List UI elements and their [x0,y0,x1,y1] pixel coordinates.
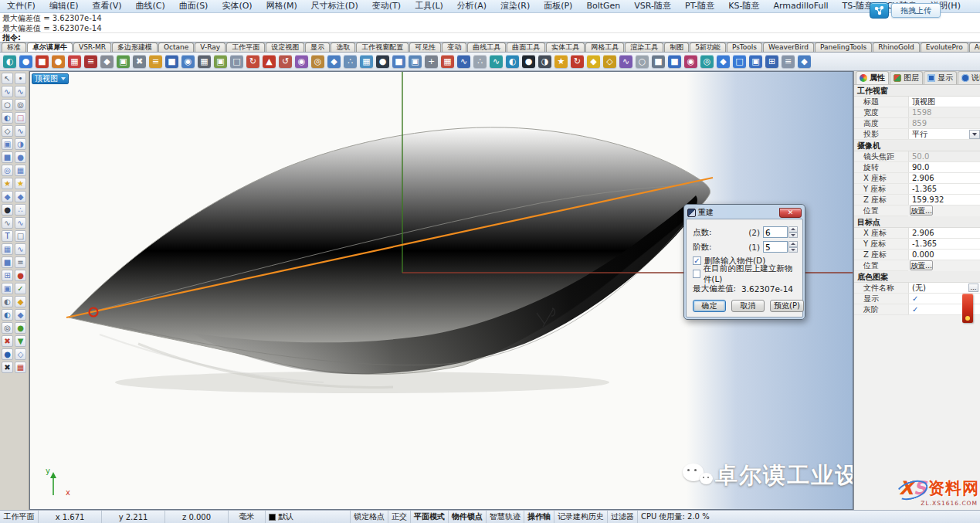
tool-icon[interactable]: ▣ [2,138,13,150]
promo-ribbon-tab[interactable] [962,294,973,323]
command-history[interactable]: 最大偏差值 = 3.62307e-14最大偏差值 = 3.62307e-14 [0,13,980,33]
toolbar-icon[interactable]: ◆ [587,55,600,68]
target-x-field[interactable]: 2.906 [908,228,980,238]
toolbar-icon[interactable]: ≡ [782,55,795,68]
menu-item[interactable]: 查看(V) [85,0,128,12]
ok-button[interactable]: 确定 [693,300,726,312]
chevron-down-icon[interactable] [61,77,66,80]
toolbar-icon[interactable]: + [425,55,438,68]
tool-icon[interactable]: ∿ [15,243,26,255]
tool-icon[interactable]: □ [15,112,26,124]
menu-item[interactable]: 曲面(S) [172,0,215,12]
tool-icon[interactable]: ⊞ [2,270,13,281]
toolbar-icon[interactable]: ■ [652,55,665,68]
toolbar-tab[interactable]: 5新功能 [690,42,726,52]
panel-tab[interactable]: 图层 [890,71,923,84]
toolbar-icon[interactable]: ◑ [538,55,551,68]
toolbar-tab[interactable]: 标准 [2,42,26,52]
toolbar-icon[interactable]: ▦ [441,55,454,68]
toolbar-icon[interactable]: ↻ [571,55,584,68]
tool-icon[interactable]: ★ [2,178,13,189]
tool-icon[interactable]: ▼ [15,335,26,347]
camera-y-field[interactable]: -1.365 [908,184,980,194]
tool-icon[interactable]: ◆ [15,296,26,307]
toolbar-tab[interactable]: VSR-MR [73,42,111,52]
toolbar-tab[interactable]: 设定视图 [266,42,304,52]
toolbar-icon[interactable]: ◐ [506,55,519,68]
viewport-title-field[interactable]: 顶视图 [908,97,980,107]
toolbar-tab[interactable]: 曲面工具 [507,42,545,52]
tool-icon[interactable]: □ [15,230,26,242]
menu-item[interactable]: 渲染(R) [493,0,537,12]
toolbar-tab[interactable]: WeaverBird [763,42,814,52]
statusbar-toggle[interactable]: 过滤器 [608,511,638,523]
menu-item[interactable]: 变动(T) [365,0,408,12]
tool-icon[interactable]: ✖ [2,335,13,347]
tool-icon[interactable]: ◎ [2,165,13,176]
toolbar-tab[interactable]: 变动 [442,42,466,52]
toolbar-icon[interactable]: ▣ [409,55,422,68]
camera-x-field[interactable]: 2.906 [908,173,980,183]
tool-icon[interactable]: ∿ [2,86,13,97]
toolbar-tab[interactable]: RhinoGold [873,42,919,52]
tool-icon[interactable]: ≡ [15,256,26,268]
tool-icon[interactable]: ● [15,322,26,334]
toolbar-icon[interactable]: ∴ [344,55,357,68]
toolbar-icon[interactable]: ◐ [3,55,16,68]
cplane-pane[interactable]: 工作平面 [0,511,39,523]
tool-icon[interactable]: ◇ [15,348,26,360]
tool-icon[interactable]: ■ [2,256,13,268]
statusbar-toggle[interactable]: 物件锁点 [449,511,487,523]
tool-icon[interactable]: ▦ [2,243,13,255]
toolbar-icon[interactable]: ● [376,55,389,68]
current-layer-checkbox[interactable] [693,270,700,278]
target-y-field[interactable]: -1.365 [908,239,980,249]
tool-icon[interactable]: ▦ [15,165,26,176]
toolbar-icon[interactable]: ≡ [149,55,162,68]
toolbar-icon[interactable]: ● [522,55,535,68]
command-prompt[interactable]: 指令: [0,33,980,42]
tool-icon[interactable]: ● [15,270,26,281]
tool-icon[interactable]: ✖ [2,362,13,373]
toolbar-icon[interactable]: ● [52,55,65,68]
toolbar-icon[interactable]: ■ [668,55,681,68]
toolbar-tab[interactable]: 制图 [664,42,689,52]
menu-item[interactable]: 曲线(C) [129,0,172,12]
toolbar-icon[interactable]: ◉ [181,55,195,68]
toolbar-icon[interactable]: ● [19,55,32,68]
toolbar-icon[interactable]: ▣ [117,55,130,68]
projection-select[interactable]: 平行 [908,129,980,139]
drag-upload-button[interactable]: 拖拽上传 [891,3,941,18]
menu-item[interactable]: BoltGen [579,0,627,12]
tool-icon[interactable]: ∿ [15,125,26,137]
toolbar-tab[interactable]: Octane [158,42,194,52]
chevron-down-icon[interactable] [969,130,980,139]
toolbar-icon[interactable]: □ [733,55,746,68]
tool-icon[interactable]: ◆ [15,191,26,202]
menu-item[interactable]: PT-随意 [678,0,721,12]
degree-stepper[interactable] [788,241,798,253]
statusbar-toggle[interactable]: 操作轴 [524,511,554,523]
toolbar-icon[interactable]: ◎ [311,55,324,68]
toolbar-icon[interactable]: ■ [36,55,49,68]
toolbar-icon[interactable]: ◉ [295,55,308,68]
menu-item[interactable]: 编辑(E) [42,0,86,12]
menu-item[interactable]: 工具(L) [408,0,450,12]
toolbar-tab[interactable]: 渲染工具 [625,42,663,52]
toolbar-tab[interactable]: Arion [969,42,980,52]
toolbar-tab[interactable]: 多边形建模 [112,42,158,52]
rotation-field[interactable]: 90.0 [908,162,980,172]
toolbar-tab[interactable]: 可见性 [409,42,441,52]
viewport-title-tab[interactable]: 顶视图 [32,73,69,84]
toolbar-tab[interactable]: 曲线工具 [467,42,506,52]
point-count-input[interactable] [763,226,788,238]
toolbar-icon[interactable]: ◉ [684,55,697,68]
tool-icon[interactable]: ● [2,204,13,216]
target-z-field[interactable]: 0.000 [908,250,980,260]
tool-icon[interactable]: • [15,73,26,84]
cancel-button[interactable]: 取消 [731,300,765,312]
menu-item[interactable]: 面板(P) [537,0,579,12]
toolbar-icon[interactable]: ▦ [68,55,81,68]
toolbar-tab[interactable]: 网格工具 [585,42,624,52]
toolbar-tab[interactable]: 工作平面 [226,42,265,52]
